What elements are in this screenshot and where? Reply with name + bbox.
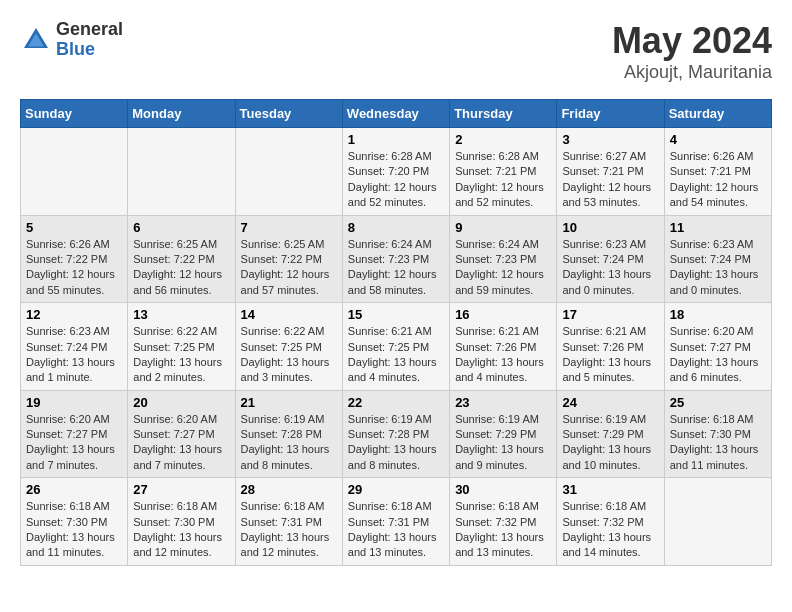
day-number: 19	[26, 395, 122, 410]
calendar-cell	[21, 128, 128, 216]
logo: General Blue	[20, 20, 123, 60]
calendar-cell: 13Sunrise: 6:22 AMSunset: 7:25 PMDayligh…	[128, 303, 235, 391]
day-info-line: Sunset: 7:30 PM	[133, 515, 229, 530]
day-info-line: Daylight: 13 hours and 7 minutes.	[133, 442, 229, 473]
page-header: General Blue May 2024 Akjoujt, Mauritani…	[20, 20, 772, 83]
calendar-cell: 19Sunrise: 6:20 AMSunset: 7:27 PMDayligh…	[21, 390, 128, 478]
day-info-line: Daylight: 13 hours and 3 minutes.	[241, 355, 337, 386]
calendar-cell: 11Sunrise: 6:23 AMSunset: 7:24 PMDayligh…	[664, 215, 771, 303]
calendar-cell: 4Sunrise: 6:26 AMSunset: 7:21 PMDaylight…	[664, 128, 771, 216]
day-info-line: Sunset: 7:27 PM	[133, 427, 229, 442]
day-info-line: Sunrise: 6:21 AM	[348, 324, 444, 339]
day-info-line: Sunset: 7:25 PM	[133, 340, 229, 355]
day-number: 3	[562, 132, 658, 147]
day-info-line: Sunrise: 6:22 AM	[133, 324, 229, 339]
day-info-line: Sunrise: 6:26 AM	[26, 237, 122, 252]
day-number: 24	[562, 395, 658, 410]
title-block: May 2024 Akjoujt, Mauritania	[612, 20, 772, 83]
day-info-line: Sunset: 7:23 PM	[455, 252, 551, 267]
day-info-line: Sunrise: 6:18 AM	[455, 499, 551, 514]
day-info-line: Sunset: 7:24 PM	[26, 340, 122, 355]
day-info-line: Daylight: 13 hours and 9 minutes.	[455, 442, 551, 473]
day-info-line: Daylight: 13 hours and 7 minutes.	[26, 442, 122, 473]
day-info-line: Sunset: 7:25 PM	[348, 340, 444, 355]
calendar-cell: 18Sunrise: 6:20 AMSunset: 7:27 PMDayligh…	[664, 303, 771, 391]
day-info-line: Daylight: 13 hours and 13 minutes.	[348, 530, 444, 561]
calendar-cell	[235, 128, 342, 216]
calendar-cell: 21Sunrise: 6:19 AMSunset: 7:28 PMDayligh…	[235, 390, 342, 478]
day-info-line: Daylight: 13 hours and 1 minute.	[26, 355, 122, 386]
day-info-line: Daylight: 12 hours and 54 minutes.	[670, 180, 766, 211]
day-info-line: Sunrise: 6:24 AM	[455, 237, 551, 252]
weekday-header-tuesday: Tuesday	[235, 100, 342, 128]
day-number: 4	[670, 132, 766, 147]
day-info-line: Sunrise: 6:19 AM	[348, 412, 444, 427]
day-info-line: Sunrise: 6:23 AM	[670, 237, 766, 252]
day-info-line: Daylight: 12 hours and 55 minutes.	[26, 267, 122, 298]
day-number: 22	[348, 395, 444, 410]
day-number: 23	[455, 395, 551, 410]
day-info-line: Daylight: 13 hours and 10 minutes.	[562, 442, 658, 473]
calendar-week-3: 12Sunrise: 6:23 AMSunset: 7:24 PMDayligh…	[21, 303, 772, 391]
weekday-header-sunday: Sunday	[21, 100, 128, 128]
calendar-week-1: 1Sunrise: 6:28 AMSunset: 7:20 PMDaylight…	[21, 128, 772, 216]
logo-general-text: General	[56, 20, 123, 40]
day-info-line: Sunrise: 6:28 AM	[348, 149, 444, 164]
day-info-line: Daylight: 13 hours and 5 minutes.	[562, 355, 658, 386]
day-info-line: Sunrise: 6:23 AM	[26, 324, 122, 339]
day-number: 28	[241, 482, 337, 497]
calendar-cell: 8Sunrise: 6:24 AMSunset: 7:23 PMDaylight…	[342, 215, 449, 303]
day-info-line: Sunrise: 6:18 AM	[348, 499, 444, 514]
calendar-cell: 29Sunrise: 6:18 AMSunset: 7:31 PMDayligh…	[342, 478, 449, 566]
day-number: 1	[348, 132, 444, 147]
calendar-cell: 3Sunrise: 6:27 AMSunset: 7:21 PMDaylight…	[557, 128, 664, 216]
calendar-cell: 16Sunrise: 6:21 AMSunset: 7:26 PMDayligh…	[450, 303, 557, 391]
day-number: 6	[133, 220, 229, 235]
day-info-line: Sunset: 7:31 PM	[241, 515, 337, 530]
day-info-line: Sunset: 7:26 PM	[455, 340, 551, 355]
day-info-line: Sunset: 7:28 PM	[241, 427, 337, 442]
day-number: 10	[562, 220, 658, 235]
day-info-line: Sunrise: 6:19 AM	[562, 412, 658, 427]
day-info-line: Sunset: 7:22 PM	[133, 252, 229, 267]
day-number: 21	[241, 395, 337, 410]
day-info-line: Sunrise: 6:22 AM	[241, 324, 337, 339]
calendar-cell: 30Sunrise: 6:18 AMSunset: 7:32 PMDayligh…	[450, 478, 557, 566]
day-info-line: Sunset: 7:27 PM	[26, 427, 122, 442]
calendar-cell: 27Sunrise: 6:18 AMSunset: 7:30 PMDayligh…	[128, 478, 235, 566]
calendar-cell: 23Sunrise: 6:19 AMSunset: 7:29 PMDayligh…	[450, 390, 557, 478]
day-info-line: Daylight: 13 hours and 0 minutes.	[670, 267, 766, 298]
day-info-line: Sunset: 7:29 PM	[562, 427, 658, 442]
weekday-header-wednesday: Wednesday	[342, 100, 449, 128]
month-title: May 2024	[612, 20, 772, 62]
day-info-line: Daylight: 12 hours and 53 minutes.	[562, 180, 658, 211]
day-info-line: Sunset: 7:32 PM	[562, 515, 658, 530]
day-info-line: Sunset: 7:30 PM	[26, 515, 122, 530]
day-info-line: Sunrise: 6:21 AM	[562, 324, 658, 339]
day-info-line: Daylight: 12 hours and 52 minutes.	[348, 180, 444, 211]
day-info-line: Daylight: 13 hours and 4 minutes.	[348, 355, 444, 386]
day-info-line: Sunset: 7:26 PM	[562, 340, 658, 355]
day-info-line: Daylight: 13 hours and 11 minutes.	[670, 442, 766, 473]
day-number: 12	[26, 307, 122, 322]
day-info-line: Sunrise: 6:18 AM	[133, 499, 229, 514]
day-info-line: Sunrise: 6:20 AM	[670, 324, 766, 339]
day-info-line: Sunset: 7:25 PM	[241, 340, 337, 355]
day-number: 26	[26, 482, 122, 497]
day-info-line: Sunset: 7:23 PM	[348, 252, 444, 267]
day-info-line: Sunrise: 6:18 AM	[562, 499, 658, 514]
day-info-line: Sunset: 7:31 PM	[348, 515, 444, 530]
logo-blue-text: Blue	[56, 40, 123, 60]
day-number: 2	[455, 132, 551, 147]
day-info-line: Sunset: 7:27 PM	[670, 340, 766, 355]
day-info-line: Daylight: 12 hours and 58 minutes.	[348, 267, 444, 298]
day-info-line: Sunrise: 6:25 AM	[241, 237, 337, 252]
day-info-line: Sunrise: 6:18 AM	[26, 499, 122, 514]
day-number: 20	[133, 395, 229, 410]
day-info-line: Sunset: 7:21 PM	[562, 164, 658, 179]
calendar-cell: 31Sunrise: 6:18 AMSunset: 7:32 PMDayligh…	[557, 478, 664, 566]
day-number: 5	[26, 220, 122, 235]
day-number: 29	[348, 482, 444, 497]
day-info-line: Sunset: 7:20 PM	[348, 164, 444, 179]
day-info-line: Sunrise: 6:18 AM	[670, 412, 766, 427]
